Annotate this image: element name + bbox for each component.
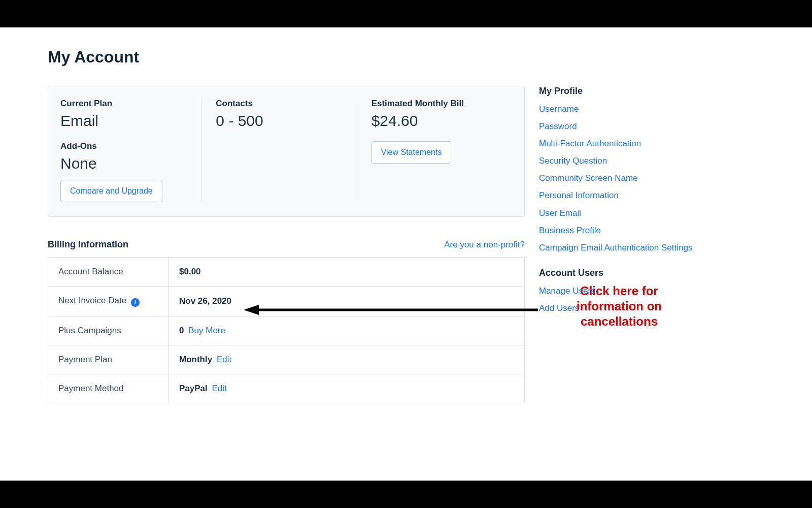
- payment-plan-value: Monthly: [179, 355, 212, 364]
- link-manage-users[interactable]: Manage Users: [539, 285, 764, 297]
- nonprofit-link[interactable]: Are you a non-profit?: [444, 240, 525, 250]
- profile-section: My Profile Username Password Multi-Facto…: [539, 86, 764, 253]
- payment-plan-value-cell: Monthly Edit: [169, 345, 525, 374]
- link-username[interactable]: Username: [539, 104, 764, 115]
- billing-table: Account Balance $0.00 Next Invoice Date …: [48, 257, 525, 403]
- bill-col: Estimated Monthly Bill $24.60 View State…: [357, 99, 512, 202]
- link-screen-name[interactable]: Community Screen Name: [539, 173, 764, 184]
- letterbox-bottom: [0, 481, 812, 508]
- next-invoice-label: Next Invoice Date i: [48, 287, 169, 316]
- link-add-users[interactable]: Add Users: [539, 303, 764, 314]
- payment-method-value-cell: PayPal Edit: [169, 374, 525, 403]
- profile-links: Username Password Multi-Factor Authentic…: [539, 104, 764, 253]
- link-campaign-auth[interactable]: Campaign Email Authentication Settings: [539, 242, 764, 253]
- info-icon[interactable]: i: [131, 298, 140, 307]
- contacts-col: Contacts 0 - 500: [201, 99, 356, 202]
- bill-value: $24.60: [371, 112, 502, 130]
- next-invoice-value: Nov 26, 2020: [169, 287, 525, 316]
- page-title: My Account: [48, 48, 764, 67]
- payment-method-edit-link[interactable]: Edit: [212, 384, 227, 393]
- row-plus-campaigns: Plus Campaigns 0 Buy More: [48, 316, 525, 345]
- users-heading: Account Users: [539, 268, 764, 278]
- main-column: Current Plan Email Add-Ons None Compare …: [48, 86, 525, 403]
- buy-more-link[interactable]: Buy More: [188, 326, 225, 335]
- columns: Current Plan Email Add-Ons None Compare …: [48, 86, 764, 403]
- link-password[interactable]: Password: [539, 121, 764, 132]
- link-user-email[interactable]: User Email: [539, 208, 764, 219]
- bill-label: Estimated Monthly Bill: [371, 99, 502, 109]
- payment-plan-edit-link[interactable]: Edit: [217, 355, 231, 364]
- letterbox-top: [0, 0, 812, 27]
- current-plan-label: Current Plan: [60, 99, 191, 109]
- compare-upgrade-button[interactable]: Compare and Upgrade: [60, 180, 162, 202]
- account-balance-value: $0.00: [169, 258, 525, 287]
- plan-summary-card: Current Plan Email Add-Ons None Compare …: [48, 86, 525, 217]
- row-next-invoice: Next Invoice Date i Nov 26, 2020: [48, 287, 525, 316]
- payment-method-value: PayPal: [179, 384, 208, 393]
- link-mfa[interactable]: Multi-Factor Authentication: [539, 138, 764, 149]
- billing-section-header: Billing Information Are you a non-profit…: [48, 239, 525, 250]
- users-section: Account Users Manage Users Add Users: [539, 268, 764, 314]
- plus-campaigns-value: 0: [179, 326, 184, 335]
- contacts-value: 0 - 500: [216, 112, 346, 130]
- page-container: My Account Current Plan Email Add-Ons No…: [0, 27, 812, 481]
- contacts-label: Contacts: [216, 99, 346, 109]
- link-security-question[interactable]: Security Question: [539, 155, 764, 167]
- row-account-balance: Account Balance $0.00: [48, 258, 525, 287]
- link-business-profile[interactable]: Business Profile: [539, 225, 764, 236]
- side-column: My Profile Username Password Multi-Facto…: [539, 86, 764, 328]
- current-plan-value: Email: [60, 112, 191, 130]
- link-personal-info[interactable]: Personal Information: [539, 190, 764, 201]
- account-balance-label: Account Balance: [48, 258, 169, 287]
- payment-plan-label: Payment Plan: [48, 345, 169, 374]
- addons-value: None: [60, 154, 191, 173]
- plus-campaigns-label: Plus Campaigns: [48, 316, 169, 345]
- row-payment-method: Payment Method PayPal Edit: [48, 374, 525, 403]
- plus-campaigns-value-cell: 0 Buy More: [169, 316, 525, 345]
- addons-label: Add-Ons: [60, 141, 191, 151]
- next-invoice-label-text: Next Invoice Date: [58, 296, 126, 305]
- billing-heading: Billing Information: [48, 239, 128, 250]
- row-payment-plan: Payment Plan Monthly Edit: [48, 345, 525, 374]
- profile-heading: My Profile: [539, 86, 764, 97]
- users-links: Manage Users Add Users: [539, 285, 764, 314]
- payment-method-label: Payment Method: [48, 374, 169, 403]
- plan-col: Current Plan Email Add-Ons None Compare …: [60, 99, 201, 202]
- view-statements-button[interactable]: View Statements: [371, 141, 452, 164]
